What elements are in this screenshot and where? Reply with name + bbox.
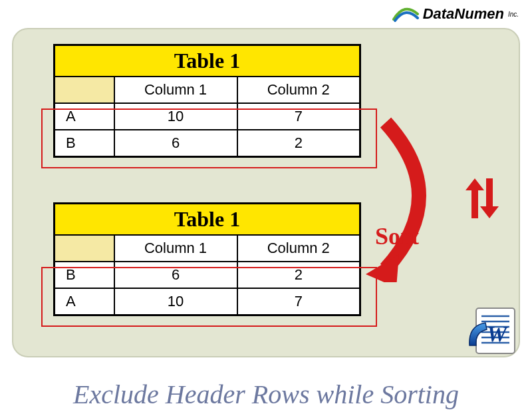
table-title: Table 1 bbox=[55, 45, 360, 77]
header-col1: Column 1 bbox=[114, 235, 237, 262]
word-app-icon: W bbox=[464, 302, 524, 361]
sort-updown-icon bbox=[466, 178, 499, 218]
cell-c2: 2 bbox=[237, 130, 360, 157]
cell-c1: 10 bbox=[114, 103, 237, 130]
row-label: A bbox=[55, 103, 114, 130]
cell-c1: 6 bbox=[114, 262, 237, 288]
table-header-row: Column 1 Column 2 bbox=[55, 77, 360, 103]
table-title: Table 1 bbox=[55, 204, 360, 236]
header-col1: Column 1 bbox=[114, 77, 237, 103]
curved-arrow-icon bbox=[366, 109, 466, 282]
header-col2: Column 2 bbox=[237, 77, 360, 103]
brand-logo: DataNumen Inc. bbox=[392, 5, 519, 23]
row-label: B bbox=[55, 262, 114, 288]
sort-label: Sort bbox=[375, 222, 419, 250]
cell-c2: 2 bbox=[237, 262, 360, 288]
row-label: B bbox=[55, 130, 114, 157]
table-after-sort: Table 1 Column 1 Column 2 B 6 2 A 10 7 bbox=[53, 202, 361, 316]
cell-c1: 10 bbox=[114, 288, 237, 315]
svg-text:W: W bbox=[487, 321, 509, 346]
table-row: A 10 7 bbox=[55, 288, 360, 315]
cell-c2: 7 bbox=[237, 103, 360, 130]
logo-text: DataNumen bbox=[423, 5, 504, 23]
table-title-row: Table 1 bbox=[55, 45, 360, 77]
caption-text: Exclude Header Rows while Sorting bbox=[0, 379, 532, 410]
logo-suffix: Inc. bbox=[508, 11, 519, 18]
svg-marker-2 bbox=[480, 178, 499, 218]
row-label: A bbox=[55, 288, 114, 315]
main-panel: Table 1 Column 1 Column 2 A 10 7 B 6 2 T… bbox=[12, 28, 520, 357]
table-row: B 6 2 bbox=[55, 262, 360, 288]
table-before-sort: Table 1 Column 1 Column 2 A 10 7 B 6 2 bbox=[53, 44, 361, 158]
table-title-row: Table 1 bbox=[55, 204, 360, 236]
cell-c2: 7 bbox=[237, 288, 360, 315]
header-corner bbox=[55, 77, 114, 103]
table-row: A 10 7 bbox=[55, 103, 360, 130]
header-corner bbox=[55, 235, 114, 262]
header-col2: Column 2 bbox=[237, 235, 360, 262]
svg-marker-1 bbox=[466, 178, 484, 218]
swoosh-icon bbox=[392, 6, 419, 22]
svg-marker-0 bbox=[366, 254, 399, 282]
table-header-row: Column 1 Column 2 bbox=[55, 235, 360, 262]
cell-c1: 6 bbox=[114, 130, 237, 157]
table-row: B 6 2 bbox=[55, 130, 360, 157]
